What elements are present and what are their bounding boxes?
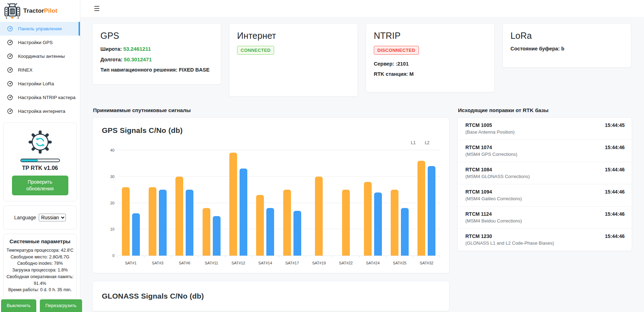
bar-SAT#19-L1 [315,177,323,256]
bar-SAT#14-L1 [256,195,264,256]
rtcm-timestamp: 15:44:46 [605,189,625,195]
hamburger-menu-icon[interactable]: ☰ [94,5,100,12]
rtcm-description: (MSM4 GLONASS Corrections) [465,174,625,179]
bar-group-SAT#6 [171,150,198,256]
nav-solution-row: Тип навигационного решения: FIXED BASE [100,67,213,73]
bar-SAT#17-L2 [293,211,301,256]
ntrip-server-row: Сервер: :2101 [374,61,487,67]
update-progress-bar [20,159,60,162]
firmware-update-card: TP RTK v1.06 Проверить обновления [3,122,77,201]
language-select[interactable]: Russian [39,214,66,221]
latitude-row: Широта: 53.2461211 [100,46,213,52]
gps-card-title: GPS [100,31,213,41]
lora-buffer-value: b [561,46,564,51]
y-tick-label: 0 [104,253,114,258]
nav-solution-value: FIXED BASE [179,67,210,73]
gauge-icon [7,67,13,73]
cpu-load: Загрузка процессора: 1.8% [6,267,74,274]
shutdown-button[interactable]: Выключить [1,299,36,312]
lora-buffer-row: Состояние буфера: b [510,46,623,51]
sidebar-item-rinex[interactable]: RINEX [0,63,80,77]
gauge-icon [7,53,13,59]
sidebar-item-label: Настройки GPS [18,40,52,45]
signals-section-title: Принимаемые спутниковые сигналы [93,107,450,113]
internet-card-title: Интернет [237,31,350,41]
rtcm-code: RTCM 1084 [465,167,625,172]
latitude-value: 53.2461211 [123,46,151,52]
y-tick-label: 40 [104,148,114,152]
y-tick-label: 30 [104,175,114,179]
sidebar-item-label: Настройка интернета [18,109,65,114]
bar-SAT#11-L2 [213,216,221,256]
chart-legend: L1 L2 [102,140,429,145]
system-parameters-title: Системные параметры [6,238,74,244]
bar-group-SAT#3 [144,150,171,256]
glonass-chart-title: GLONASS Signals C/No (db) [102,292,440,300]
check-updates-button[interactable]: Проверить обновления [12,176,68,195]
rtcm-row: RTCM 1074 (MSM4 GPS Corrections) 15:44:4… [458,140,632,162]
power-buttons: Выключить Перезагрузить [1,299,82,312]
internet-status-badge: CONNECTED [237,46,274,55]
ntrip-station-row: RTK станция: M [374,71,487,77]
bar-group-SAT#14 [252,150,279,256]
bar-SAT#3-L1 [149,187,156,256]
gps-chart-plot: 010203040 [117,150,440,256]
reboot-button[interactable]: Перезагрузить [40,299,82,312]
x-label-SAT#32: SAT#32 [413,261,440,265]
sidebar-item-lora-settings[interactable]: Настройки LoRa [0,77,80,91]
x-label-SAT#24: SAT#24 [359,261,386,265]
rtcm-messages-card: RTCM 1005 (Base Antenna Position) 15:44:… [457,117,632,251]
sidebar-item-ntrip-caster[interactable]: Настройка NTRIP кастера [0,91,80,104]
sidebar-item-dashboard[interactable]: Панель управления [0,22,80,36]
x-label-SAT#11: SAT#11 [198,261,225,265]
brand-logo: TractorPilot [0,0,80,21]
rtcm-row: RTCM 1094 (MSM4 Galileo Corrections) 15:… [458,184,632,207]
gauge-icon [7,26,13,32]
y-tick-label: 10 [104,227,114,231]
rtcm-timestamp: 15:44:45 [605,122,625,128]
corrections-section-title: Исходящие поправки от RTK базы [458,107,632,113]
rtcm-timestamp: 15:44:46 [605,167,625,172]
bar-SAT#3-L2 [159,190,167,256]
system-parameters-card: Системные параметры Температура процессо… [3,234,77,299]
status-cards-row: GPS Широта: 53.2461211 Долгота: 50.30124… [92,23,633,97]
x-label-SAT#17: SAT#17 [279,261,305,265]
rtcm-row: RTCM 1005 (Base Antenna Position) 15:44:… [458,118,632,140]
cpu-temperature: Температура процессора: 42.8'C [6,247,74,254]
sidebar-item-antenna-coordinates[interactable]: Координаты антенны [0,49,80,63]
bar-SAT#25-L1 [391,190,398,256]
glonass-signals-chart-card: GLONASS Signals C/No (db) [92,281,450,311]
language-label: Language [14,215,36,220]
bar-group-SAT#19 [305,150,332,256]
main-area: ☰ GPS Широта: 53.2461211 Долгота: 50.301… [80,0,644,311]
gps-signals-chart-card: GPS Signals C/No (db) L1 L2 010203040 SA… [92,117,450,273]
bar-SAT#24-L1 [364,182,372,256]
x-axis-labels: SAT#1SAT#3SAT#6SAT#11SAT#12SAT#14SAT#17S… [117,261,440,265]
bar-group-SAT#11 [198,150,225,256]
rtcm-code: RTCM 1005 [465,122,625,128]
brand-name: TractorPilot [23,7,57,14]
firmware-version: TP RTK v1.06 [8,165,72,171]
bar-SAT#1-L1 [122,187,130,256]
x-label-SAT#1: SAT#1 [117,261,144,265]
ntrip-card-title: NTRIP [374,31,487,41]
rtcm-description: (GLONASS L1 and L2 Code-Phase Biases) [465,240,625,246]
gauge-icon [7,81,13,87]
sidebar-item-gps-settings[interactable]: Настройки GPS [0,36,80,49]
sidebar-item-internet-settings[interactable]: Настройка интернета [0,104,80,118]
content: GPS Широта: 53.2461211 Долгота: 50.30124… [80,17,644,311]
sidebar-item-label: Координаты антенны [18,54,65,59]
bar-group-SAT#32 [413,150,440,256]
rtcm-row: RTCM 1124 (MSM4 Beidou Corrections) 15:4… [458,207,632,229]
bar-group-SAT#17 [279,150,305,256]
gear-refresh-icon [8,129,72,155]
gauge-icon [7,94,13,100]
rtcm-timestamp: 15:44:46 [605,145,625,150]
sidebar-item-label: Настройка NTRIP кастера [18,95,75,100]
bar-SAT#32-L1 [417,161,425,256]
bar-SAT#1-L2 [132,213,140,256]
ntrip-card: NTRIP DISCONNECTED Сервер: :2101 RTK ста… [366,23,495,92]
bar-SAT#24-L2 [374,192,382,256]
bar-group-SAT#24 [359,150,386,256]
x-label-SAT#12: SAT#12 [225,261,252,265]
